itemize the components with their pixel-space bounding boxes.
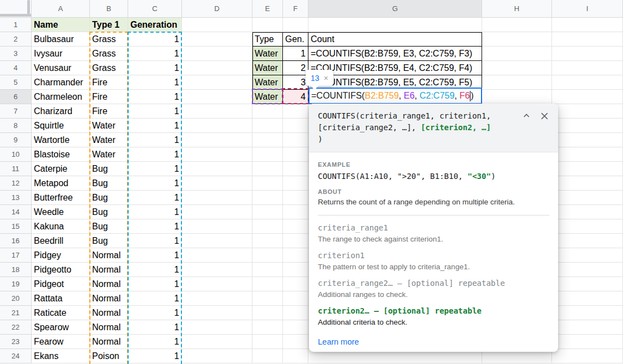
cell-E18[interactable] bbox=[252, 263, 283, 277]
row-header-7[interactable]: 7 bbox=[0, 104, 32, 119]
cell-F20[interactable] bbox=[283, 291, 308, 306]
cell-F23[interactable] bbox=[283, 335, 308, 349]
cell-C5[interactable]: 1 bbox=[128, 75, 182, 90]
cell-D18[interactable] bbox=[182, 263, 252, 277]
cell-E13[interactable] bbox=[252, 191, 283, 205]
cell-I8[interactable] bbox=[552, 119, 623, 133]
cell-D9[interactable] bbox=[182, 133, 252, 147]
cell-D1[interactable] bbox=[182, 18, 252, 32]
cell-A23[interactable]: Fearow bbox=[32, 335, 90, 349]
cell-A24[interactable]: Ekans bbox=[32, 349, 90, 363]
cell-B2[interactable]: Grass bbox=[90, 32, 128, 47]
cell-D8[interactable] bbox=[182, 119, 252, 133]
cell-C18[interactable]: 1 bbox=[128, 263, 182, 277]
cell-B23[interactable]: Normal bbox=[90, 335, 128, 349]
cell-I10[interactable] bbox=[552, 147, 623, 162]
cell-D11[interactable] bbox=[182, 162, 252, 176]
cell-B10[interactable]: Water bbox=[90, 147, 128, 162]
cell-D20[interactable] bbox=[182, 291, 252, 306]
chevron-up-icon[interactable] bbox=[521, 111, 531, 121]
cell-D24[interactable] bbox=[182, 349, 252, 363]
cell-E2[interactable]: Type bbox=[252, 32, 283, 47]
cell-C15[interactable]: 1 bbox=[128, 219, 182, 234]
cell-E7[interactable] bbox=[252, 104, 283, 119]
cell-C7[interactable]: 1 bbox=[128, 104, 182, 119]
cell-D6[interactable] bbox=[182, 90, 252, 104]
formula-cell-editor[interactable]: =COUNTIFS(B2:B759, E6, C2:C759, F6) bbox=[308, 88, 482, 104]
cell-I9[interactable] bbox=[552, 133, 623, 147]
cell-D4[interactable] bbox=[182, 61, 252, 75]
cell-F21[interactable] bbox=[283, 306, 308, 320]
cell-B20[interactable]: Normal bbox=[90, 291, 128, 306]
cell-D21[interactable] bbox=[182, 306, 252, 320]
cell-A9[interactable]: Wartortle bbox=[32, 133, 90, 147]
cell-H4[interactable] bbox=[482, 61, 552, 75]
cell-F2[interactable]: Gen. bbox=[283, 32, 308, 47]
row-header-20[interactable]: 20 bbox=[0, 291, 32, 306]
cell-E15[interactable] bbox=[252, 219, 283, 234]
row-header-8[interactable]: 8 bbox=[0, 119, 32, 133]
cell-B9[interactable]: Water bbox=[90, 133, 128, 147]
cell-I21[interactable] bbox=[552, 306, 623, 320]
cell-E16[interactable] bbox=[252, 234, 283, 248]
cell-F10[interactable] bbox=[283, 147, 308, 162]
row-header-9[interactable]: 9 bbox=[0, 133, 32, 147]
cell-D17[interactable] bbox=[182, 248, 252, 263]
cell-I18[interactable] bbox=[552, 263, 623, 277]
cell-E19[interactable] bbox=[252, 277, 283, 291]
cell-F4[interactable]: 2 bbox=[283, 61, 308, 75]
cell-I15[interactable] bbox=[552, 219, 623, 234]
cell-C8[interactable]: 1 bbox=[128, 119, 182, 133]
column-header-F[interactable]: F bbox=[283, 0, 308, 18]
cell-E14[interactable] bbox=[252, 205, 283, 219]
cell-C6[interactable]: 1 bbox=[128, 90, 182, 104]
cell-I12[interactable] bbox=[552, 176, 623, 191]
row-header-11[interactable]: 11 bbox=[0, 162, 32, 176]
cell-C12[interactable]: 1 bbox=[128, 176, 182, 191]
cell-C16[interactable]: 1 bbox=[128, 234, 182, 248]
cell-A10[interactable]: Blastoise bbox=[32, 147, 90, 162]
row-header-24[interactable]: 24 bbox=[0, 349, 32, 363]
cell-I24[interactable] bbox=[552, 349, 623, 363]
cell-B5[interactable]: Fire bbox=[90, 75, 128, 90]
cell-C17[interactable]: 1 bbox=[128, 248, 182, 263]
cell-C11[interactable]: 1 bbox=[128, 162, 182, 176]
column-header-I[interactable]: I bbox=[552, 0, 623, 18]
cell-B16[interactable]: Bug bbox=[90, 234, 128, 248]
cell-D14[interactable] bbox=[182, 205, 252, 219]
cell-F16[interactable] bbox=[283, 234, 308, 248]
cell-F1[interactable] bbox=[283, 18, 308, 32]
select-all-corner[interactable] bbox=[0, 0, 32, 18]
cell-B15[interactable]: Bug bbox=[90, 219, 128, 234]
cell-C14[interactable]: 1 bbox=[128, 205, 182, 219]
column-header-C[interactable]: C bbox=[128, 0, 182, 18]
cell-A18[interactable]: Pidgeotto bbox=[32, 263, 90, 277]
row-header-19[interactable]: 19 bbox=[0, 277, 32, 291]
close-icon[interactable]: × bbox=[324, 74, 328, 83]
cell-E1[interactable] bbox=[252, 18, 283, 32]
cell-D5[interactable] bbox=[182, 75, 252, 90]
cell-A5[interactable]: Charmander bbox=[32, 75, 90, 90]
cell-A1[interactable]: Name bbox=[32, 18, 90, 32]
cell-F3[interactable]: 1 bbox=[283, 47, 308, 61]
cell-I3[interactable] bbox=[552, 47, 623, 61]
cell-H2[interactable] bbox=[482, 32, 552, 47]
cell-G1[interactable] bbox=[308, 18, 482, 32]
cell-A17[interactable]: Pidgey bbox=[32, 248, 90, 263]
cell-I19[interactable] bbox=[552, 277, 623, 291]
cell-D7[interactable] bbox=[182, 104, 252, 119]
cell-B17[interactable]: Normal bbox=[90, 248, 128, 263]
cell-E11[interactable] bbox=[252, 162, 283, 176]
column-header-E[interactable]: E bbox=[252, 0, 283, 18]
row-header-5[interactable]: 5 bbox=[0, 75, 32, 90]
cell-F6[interactable]: 4 bbox=[283, 90, 308, 104]
cell-C13[interactable]: 1 bbox=[128, 191, 182, 205]
cell-E12[interactable] bbox=[252, 176, 283, 191]
cell-I1[interactable] bbox=[552, 18, 623, 32]
learn-more-link[interactable]: Learn more bbox=[318, 337, 359, 346]
cell-E17[interactable] bbox=[252, 248, 283, 263]
cell-I23[interactable] bbox=[552, 335, 623, 349]
cell-C9[interactable]: 1 bbox=[128, 133, 182, 147]
cell-C23[interactable]: 1 bbox=[128, 335, 182, 349]
cell-B1[interactable]: Type 1 bbox=[90, 18, 128, 32]
